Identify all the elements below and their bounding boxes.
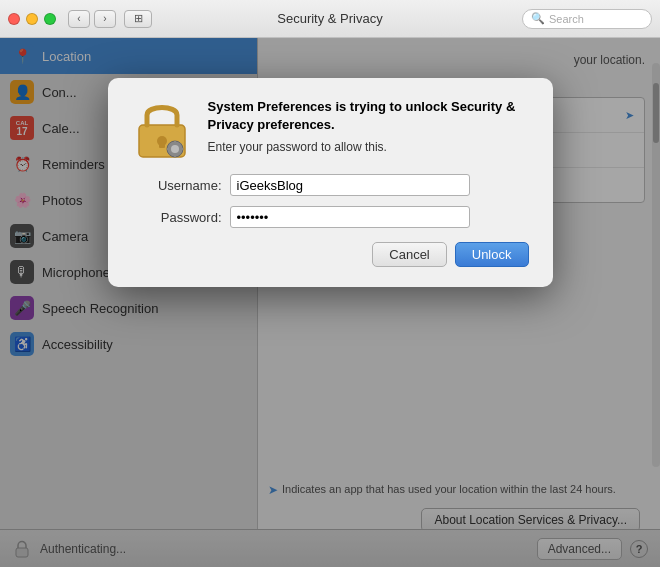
svg-point-5 [171, 145, 179, 153]
svg-rect-9 [179, 148, 183, 150]
nav-buttons: ‹ › [68, 10, 116, 28]
close-button[interactable] [8, 13, 20, 25]
modal-header: System Preferences is trying to unlock S… [132, 98, 529, 158]
window-title: Security & Privacy [277, 11, 382, 26]
forward-button[interactable]: › [94, 10, 116, 28]
password-input[interactable] [230, 206, 470, 228]
modal-title: System Preferences is trying to unlock S… [208, 98, 529, 134]
svg-rect-8 [167, 148, 171, 150]
cancel-button[interactable]: Cancel [372, 242, 446, 267]
username-label: Username: [132, 178, 222, 193]
modal-overlay: System Preferences is trying to unlock S… [0, 38, 660, 567]
search-placeholder: Search [549, 13, 584, 25]
auth-modal: System Preferences is trying to unlock S… [108, 78, 553, 287]
unlock-button[interactable]: Unlock [455, 242, 529, 267]
username-input[interactable] [230, 174, 470, 196]
main-content: 📍 Location 👤 Con... CAL 17 Cale... ⏰ Rem… [0, 38, 660, 567]
search-bar[interactable]: 🔍 Search [522, 9, 652, 29]
title-bar: ‹ › ⊞ Security & Privacy 🔍 Search [0, 0, 660, 38]
password-row: Password: [132, 206, 529, 228]
svg-rect-6 [174, 141, 176, 145]
modal-text: System Preferences is trying to unlock S… [208, 98, 529, 154]
modal-subtitle: Enter your password to allow this. [208, 140, 529, 154]
search-icon: 🔍 [531, 12, 545, 25]
minimize-button[interactable] [26, 13, 38, 25]
username-row: Username: [132, 174, 529, 196]
maximize-button[interactable] [44, 13, 56, 25]
password-label: Password: [132, 210, 222, 225]
lock-modal-icon [132, 98, 192, 158]
svg-rect-3 [159, 141, 165, 148]
svg-rect-7 [174, 153, 176, 157]
modal-buttons: Cancel Unlock [132, 242, 529, 267]
grid-button[interactable]: ⊞ [124, 10, 152, 28]
traffic-lights [8, 13, 56, 25]
back-button[interactable]: ‹ [68, 10, 90, 28]
